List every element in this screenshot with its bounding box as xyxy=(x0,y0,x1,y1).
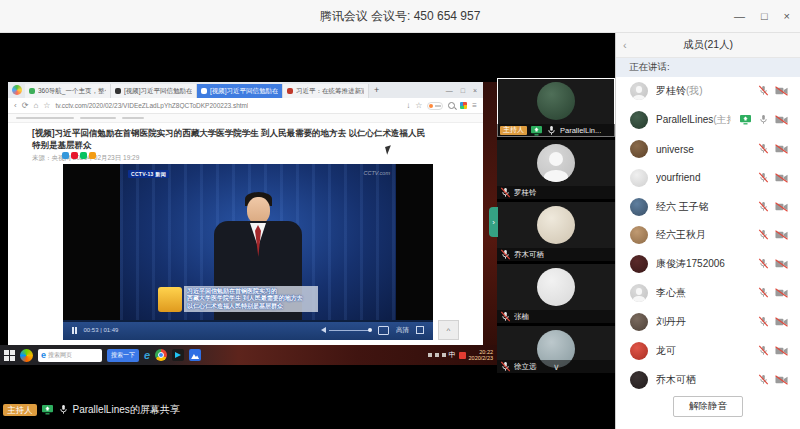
mic-icon[interactable] xyxy=(500,361,511,372)
maximize-button[interactable]: □ xyxy=(761,11,768,22)
member-row[interactable]: 经六 王子铭 xyxy=(630,192,788,221)
mic-icon[interactable] xyxy=(758,143,769,154)
mic-icon[interactable] xyxy=(500,187,511,198)
taskbar-clock[interactable]: 20:22 2020/2/23 xyxy=(469,349,493,361)
extensions-grid-icon[interactable] xyxy=(460,102,467,109)
pinned-app-icon[interactable] xyxy=(189,349,201,361)
camera-icon[interactable] xyxy=(775,346,788,356)
participant-video-thumbnail[interactable]: 乔木可栖 xyxy=(497,202,615,261)
bookmark-item[interactable] xyxy=(80,117,116,120)
download-icon[interactable]: ↓ xyxy=(406,102,410,110)
camera-icon[interactable] xyxy=(775,202,788,212)
mic-icon[interactable] xyxy=(758,374,769,385)
member-row[interactable]: universe xyxy=(630,135,788,164)
member-row[interactable]: 经六王秋月 xyxy=(630,221,788,250)
share-icon[interactable] xyxy=(89,152,96,159)
search-icon[interactable] xyxy=(448,102,455,109)
mic-icon[interactable] xyxy=(758,229,769,240)
browser-logo-icon[interactable] xyxy=(12,85,22,95)
media-player-icon[interactable] xyxy=(172,349,184,361)
member-row[interactable]: 罗桂铃(我) xyxy=(630,77,788,106)
internet-explorer-icon[interactable]: e xyxy=(144,350,150,361)
browser-tab[interactable]: 360导航_一个主页，整个世界 xyxy=(25,84,111,98)
favorite-star-icon[interactable]: ☆ xyxy=(415,102,422,110)
video-player[interactable]: CCTV-13 新闻 CCTV.com 习近平回信勉励在首钢医院实习的 西藏大学… xyxy=(63,164,433,340)
tray-app-icon[interactable] xyxy=(459,352,466,359)
360-browser-icon[interactable] xyxy=(20,349,33,362)
camera-icon[interactable] xyxy=(775,173,788,183)
home-icon[interactable]: ⌂ xyxy=(33,102,38,110)
member-row[interactable]: 康俊涛1752006 xyxy=(630,250,788,279)
member-row[interactable]: 刘丹丹 xyxy=(630,308,788,337)
share-icons-row[interactable] xyxy=(62,152,96,159)
mic-icon[interactable] xyxy=(58,404,69,415)
camera-icon[interactable] xyxy=(775,259,788,269)
camera-icon[interactable] xyxy=(775,144,788,154)
mic-icon[interactable] xyxy=(758,114,769,125)
minimize-button[interactable]: — xyxy=(734,11,745,22)
browser-tab[interactable]: [视频]习近平回信勉励在首钢医院实… xyxy=(197,84,283,98)
member-row[interactable]: 乔木可栖 xyxy=(630,365,788,394)
taskbar-search-button[interactable]: 搜索一下 xyxy=(107,349,139,362)
danmaku-icon[interactable] xyxy=(378,326,389,335)
new-tab-button[interactable]: + xyxy=(374,85,379,95)
mic-icon[interactable] xyxy=(546,125,557,136)
quality-button[interactable]: 高清 xyxy=(396,326,409,335)
url-bar[interactable]: tv.cctv.com/2020/02/23/VIDEeZLadLpYhZ8QC… xyxy=(55,102,248,109)
camera-icon[interactable] xyxy=(775,230,788,240)
mic-icon[interactable] xyxy=(758,258,769,269)
camera-icon[interactable] xyxy=(775,86,788,96)
menu-icon[interactable]: ≡ xyxy=(472,102,477,110)
windows-start-icon[interactable] xyxy=(4,350,15,361)
bookmarks-bar[interactable] xyxy=(8,114,483,123)
account-login-pill[interactable] xyxy=(427,102,443,110)
mic-icon[interactable] xyxy=(758,316,769,327)
unmute-button[interactable]: 解除静音 xyxy=(673,396,743,417)
bookmark-item[interactable] xyxy=(16,117,74,120)
camera-icon[interactable] xyxy=(775,115,788,125)
member-row[interactable]: ParallelLines(主持人) xyxy=(630,106,788,135)
pause-button[interactable] xyxy=(72,327,77,334)
back-to-top-button[interactable]: ^ xyxy=(438,320,459,340)
mic-icon[interactable] xyxy=(758,287,769,298)
participant-video-thumbnail[interactable]: 张楠 xyxy=(497,264,615,323)
bookmark-item[interactable] xyxy=(122,117,144,120)
share-icon[interactable] xyxy=(71,152,78,159)
volume-control[interactable] xyxy=(318,327,371,333)
collapse-strip-handle[interactable]: › xyxy=(489,207,498,237)
camera-icon[interactable] xyxy=(775,317,788,327)
ime-indicator[interactable]: 中 xyxy=(449,350,456,360)
share-icon[interactable] xyxy=(80,152,87,159)
progress-bar[interactable] xyxy=(63,320,433,322)
member-row[interactable]: 李心熹 xyxy=(630,279,788,308)
mic-icon[interactable] xyxy=(758,172,769,183)
back-icon[interactable]: ‹ xyxy=(14,102,17,110)
participant-video-thumbnail[interactable]: 罗桂铃 xyxy=(497,140,615,199)
member-row[interactable]: yourfriend xyxy=(630,163,788,192)
participant-video-thumbnail[interactable]: 主持人 ParallelLin... xyxy=(497,78,615,137)
browser-tab[interactable]: [视频]习近平回信勉励在首钢医院实… xyxy=(111,84,197,98)
tray-icon[interactable] xyxy=(435,353,439,357)
tray-icon[interactable] xyxy=(428,353,432,357)
tray-icon[interactable] xyxy=(442,353,446,357)
window-titlebar[interactable]: 腾讯会议 会议号: 450 654 957 — □ × xyxy=(0,0,800,33)
camera-icon[interactable] xyxy=(775,288,788,298)
chrome-icon[interactable] xyxy=(155,349,167,361)
volume-slider[interactable] xyxy=(329,330,371,331)
fullscreen-icon[interactable] xyxy=(416,326,424,334)
more-participants-chevron-icon[interactable]: ∨ xyxy=(553,363,560,372)
collapse-panel-icon[interactable]: ‹ xyxy=(623,40,627,51)
mic-icon[interactable] xyxy=(758,201,769,212)
browser-tab[interactable]: 习近平：在统筹推进新冠肺炎疫情防… xyxy=(283,84,369,98)
member-row[interactable]: 龙可 xyxy=(630,336,788,365)
close-button[interactable]: × xyxy=(784,11,790,22)
bookmark-star-icon[interactable]: ☆ xyxy=(43,102,50,110)
refresh-icon[interactable]: ⟳ xyxy=(22,102,29,110)
taskbar-search-box[interactable]: e 搜索网页 xyxy=(38,349,102,362)
share-icon[interactable] xyxy=(62,152,69,159)
camera-icon[interactable] xyxy=(775,375,788,385)
mic-icon[interactable] xyxy=(758,85,769,96)
participant-video-thumbnail[interactable]: 徐立远 ∨ xyxy=(497,326,615,373)
volume-slider-handle[interactable] xyxy=(368,328,372,332)
mic-icon[interactable] xyxy=(500,311,511,322)
